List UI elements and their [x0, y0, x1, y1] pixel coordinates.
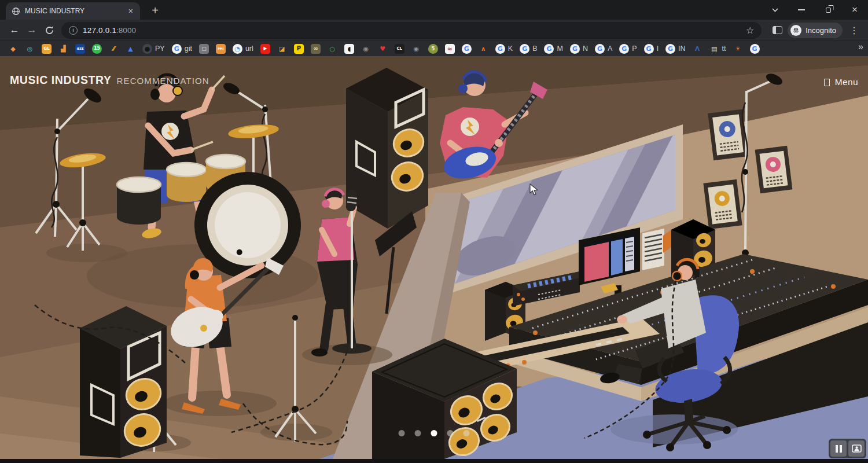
swirl-bookmark[interactable]: ◎: [25, 44, 35, 54]
pmi-bookmark[interactable]: PMI: [216, 44, 226, 54]
pantone-bookmark[interactable]: P: [294, 44, 304, 54]
bookmarks-overflow-icon[interactable]: »: [858, 42, 863, 52]
gitlab-bookmark[interactable]: GL: [42, 44, 52, 54]
google-bookmark[interactable]: G: [462, 44, 472, 54]
globe-bookmark[interactable]: ◉: [361, 44, 371, 54]
matlab-bookmark[interactable]: ∧: [479, 44, 488, 54]
google-b-bookmark[interactable]: G B: [520, 44, 537, 54]
new-tab-button[interactable]: +: [147, 2, 163, 19]
bookmark-favicon-icon: ▲: [126, 44, 135, 54]
bookmark-favicon-icon: ◎: [25, 44, 35, 54]
bookmark-favicon-icon: ▶: [260, 44, 270, 54]
bookmark-favicon-icon: G: [644, 44, 654, 54]
google-i-bookmark[interactable]: G I: [644, 44, 659, 54]
bookmark-favicon-icon: ⁄⁄: [109, 44, 119, 54]
carousel-dot-1[interactable]: [399, 430, 405, 436]
bookmark-favicon-icon: ☀: [733, 44, 743, 54]
bookmark-favicon-icon: G: [172, 44, 182, 54]
tv-bookmark[interactable]: ▢: [199, 44, 209, 54]
google-p-bookmark[interactable]: G P: [619, 44, 637, 54]
browser-window: MUSIC INDUSTRY × + × ← → i 127.0.0.1:800…: [0, 0, 868, 463]
restore-button[interactable]: [815, 0, 841, 20]
bookmark-favicon-icon: ∧: [479, 44, 488, 54]
google-in-bookmark[interactable]: G IN: [665, 44, 686, 54]
google-k-bookmark[interactable]: G K: [495, 44, 513, 54]
bookmark-label: A: [608, 45, 612, 53]
bookmark-favicon-icon: GL: [42, 44, 52, 54]
side-panel-icon[interactable]: [773, 26, 782, 34]
bookmark-favicon-icon: ∞: [311, 44, 321, 54]
menu-button[interactable]: Menu: [824, 77, 858, 87]
carousel-dot-4[interactable]: [447, 430, 454, 436]
bookmark-favicon-icon: Λ: [693, 44, 703, 54]
forward-button[interactable]: →: [23, 21, 41, 39]
jsfiddle-bookmark[interactable]: ≈: [445, 44, 455, 54]
incognito-label: Incognito: [806, 26, 836, 35]
bookmark-favicon-icon: CL: [395, 44, 404, 54]
google-a-bookmark[interactable]: G A: [595, 44, 612, 54]
site-header: MUSIC INDUSTRY RECOMMENDATION: [10, 74, 209, 87]
back-button[interactable]: ←: [6, 21, 23, 39]
bird-bookmark[interactable]: ◖: [344, 44, 354, 54]
google-n-bookmark[interactable]: G N: [570, 44, 588, 54]
google-m-bookmark[interactable]: G M: [544, 44, 562, 54]
studio-illustration: [0, 56, 868, 459]
bookmark-favicon-icon: G: [462, 44, 472, 54]
bookmark-favicon-icon: ♥: [378, 44, 388, 54]
glasses-bookmark[interactable]: ∞: [311, 44, 321, 54]
carousel-dot-3[interactable]: [431, 430, 437, 436]
slideshow-controls: [829, 439, 866, 458]
tab-title: MUSIC INDUSTRY: [25, 7, 123, 15]
banner-button[interactable]: [848, 440, 865, 457]
bookmark-favicon-icon: G: [665, 44, 675, 54]
whatsapp-bookmark[interactable]: 15: [92, 44, 102, 54]
coin-bookmark[interactable]: 5: [428, 44, 438, 54]
sun-bookmark[interactable]: ☀: [733, 44, 743, 54]
sticky-notes-bookmark[interactable]: ◪: [277, 44, 287, 54]
adsense-bookmark[interactable]: ▲: [126, 44, 135, 54]
craigslist-bookmark[interactable]: CL: [395, 44, 404, 54]
bookmark-label: N: [583, 45, 588, 53]
tab-close-icon[interactable]: ×: [127, 7, 134, 15]
heart-bookmark[interactable]: ♥: [378, 44, 388, 54]
bookmark-label: IN: [678, 45, 686, 53]
menu-box-icon: [824, 79, 830, 86]
minimize-button[interactable]: [788, 0, 815, 20]
browser-toolbar: ← → i 127.0.0.1:8000 ☆ Incognito: [0, 20, 868, 41]
bookmark-star-icon[interactable]: ☆: [746, 25, 754, 36]
google-ads-bookmark[interactable]: ⁄⁄: [109, 44, 119, 54]
site-info-icon[interactable]: i: [69, 26, 78, 35]
bookmark-favicon-icon: IEEE: [75, 44, 85, 54]
bookmark-label: PY: [155, 45, 165, 53]
lambda-bookmark[interactable]: Λ: [693, 44, 703, 54]
youtube-bookmark[interactable]: ▶: [260, 44, 270, 54]
reload-button[interactable]: [41, 21, 58, 39]
bookmark-favicon-icon: 15: [92, 44, 102, 54]
google-git-bookmark[interactable]: G git: [172, 44, 192, 54]
bookmark-favicon-icon: G: [750, 44, 760, 54]
ieee-bookmark[interactable]: IEEE: [75, 44, 85, 54]
url-host: 127.0.0.1: [83, 26, 116, 35]
diamond-bookmark[interactable]: ◆: [8, 44, 18, 54]
bookmark-label: P: [632, 45, 637, 53]
window-controls: ×: [762, 0, 868, 20]
bookmark-favicon-icon: 5: [428, 44, 438, 54]
carousel-dot-5[interactable]: [464, 430, 470, 436]
url-bookmark[interactable]: ◔ url: [233, 44, 253, 54]
carousel-dot-2[interactable]: [415, 430, 421, 436]
browser-menu-kebab-icon[interactable]: ⋮: [846, 25, 862, 36]
analytics-bookmark[interactable]: ▟: [58, 44, 68, 54]
github-bookmark[interactable]: ● PY: [142, 44, 165, 54]
ring-bookmark[interactable]: ○: [328, 44, 337, 54]
address-bar[interactable]: i 127.0.0.1:8000 ☆: [61, 22, 762, 39]
google-bookmark-2[interactable]: G: [750, 44, 760, 54]
bookmark-favicon-icon: ◪: [277, 44, 287, 54]
terminal-bookmark[interactable]: ▤ tt: [709, 44, 726, 54]
pause-button[interactable]: [830, 440, 847, 457]
tab-search-chevron-icon[interactable]: [762, 0, 788, 20]
browser-tab[interactable]: MUSIC INDUSTRY ×: [6, 2, 140, 20]
close-window-button[interactable]: ×: [841, 0, 868, 20]
globe-bookmark-2[interactable]: ◉: [411, 44, 421, 54]
bookmark-favicon-icon: ○: [328, 44, 337, 54]
bookmark-favicon-icon: G: [595, 44, 605, 54]
